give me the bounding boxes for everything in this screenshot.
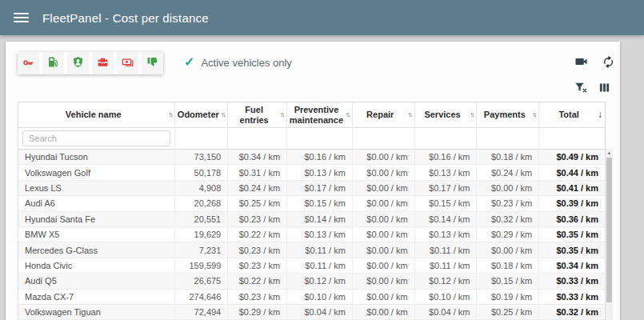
cell-fuel: $0.34 / km	[228, 150, 287, 164]
column-header-repair[interactable]: Repair↑↓	[353, 102, 415, 127]
cell-name: Mercedes G-Class	[18, 242, 175, 257]
column-header-payments[interactable]: Payments↑↓	[477, 102, 539, 127]
table-row[interactable]: Audi A620,268$0.25 / km$0.15 / km$0.00 /…	[18, 196, 605, 211]
cell-services: $0.15 / km	[415, 196, 478, 210]
payments-filter-button[interactable]	[117, 52, 138, 74]
column-label: Payments	[484, 110, 526, 120]
refresh-icon	[602, 55, 615, 69]
cell-total: $0.49 / km	[539, 150, 605, 164]
cell-odometer: 72,494	[175, 305, 228, 319]
driver-filter-button[interactable]	[67, 52, 89, 74]
cell-payments: $0.25 / km	[477, 305, 539, 319]
cell-name: BMW X5	[18, 227, 175, 242]
video-camera-icon	[574, 54, 589, 69]
cell-fuel: $0.25 / km	[228, 196, 287, 210]
refresh-button[interactable]	[602, 55, 615, 69]
cell-total: $0.33 / km	[539, 274, 605, 288]
cell-preventive: $0.13 / km	[287, 165, 353, 179]
column-label: Repair	[366, 110, 394, 120]
column-header-preventive[interactable]: Preventive maintenance↑↓	[287, 102, 353, 127]
camera-button[interactable]	[574, 54, 589, 69]
cell-odometer: 159,599	[175, 258, 228, 273]
table-filter-row	[18, 128, 605, 150]
cell-odometer: 26,675	[175, 274, 228, 288]
cell-name: Hyundai Santa Fe	[18, 212, 175, 226]
fuel-filter-button[interactable]	[42, 52, 64, 74]
cell-odometer: 4,908	[175, 181, 228, 195]
table-row[interactable]: Honda Civic159,599$0.23 / km$0.11 / km$0…	[18, 258, 605, 274]
cell-payments: $0.32 / km	[477, 212, 539, 226]
cell-preventive: $0.16 / km	[287, 150, 353, 164]
columns-button[interactable]	[598, 82, 610, 94]
category-filter-group	[18, 52, 163, 74]
table-row[interactable]: Mazda CX-7274,646$0.23 / km$0.10 / km$0.…	[18, 290, 605, 305]
cell-name: Hyundai Tucson	[18, 150, 175, 164]
cell-total: $0.33 / km	[539, 290, 605, 304]
cell-repair: $0.00 / km	[353, 196, 415, 210]
column-header-services[interactable]: Services↑↓	[415, 102, 478, 127]
sort-icon: ↑↓	[168, 111, 173, 118]
cell-preventive: $0.15 / km	[287, 196, 353, 210]
cell-services: $0.17 / km	[415, 181, 478, 195]
cell-payments: $0.18 / km	[477, 258, 539, 273]
column-label: Services	[424, 110, 460, 120]
filter-clear-icon	[574, 81, 587, 94]
issues-filter-button[interactable]	[142, 52, 163, 74]
sort-icon: ↑↓	[346, 111, 350, 118]
cell-fuel: $0.23 / km	[228, 258, 287, 273]
filter-cell-repair	[353, 128, 415, 149]
vertical-scrollbar[interactable]: ▲	[606, 149, 613, 320]
cash-icon	[122, 56, 134, 70]
key-filter-button[interactable]	[18, 52, 39, 74]
cell-payments: $0.15 / km	[477, 274, 539, 288]
table-row[interactable]: Volkswagen Tiguan72,494$0.29 / km$0.04 /…	[18, 305, 605, 320]
table-body: Hyundai Tucson73,150$0.34 / km$0.16 / km…	[18, 150, 605, 320]
cell-fuel: $0.23 / km	[228, 242, 287, 257]
table-row[interactable]: BMW X519,629$0.22 / km$0.13 / km$0.00 / …	[18, 227, 605, 242]
cell-preventive: $0.11 / km	[287, 258, 353, 273]
vehicle-search-input[interactable]	[22, 130, 170, 146]
scrollbar-thumb[interactable]	[606, 158, 612, 302]
repair-filter-button[interactable]	[92, 52, 114, 74]
column-header-total[interactable]: Total↓	[539, 102, 605, 127]
scroll-up-arrow-icon[interactable]: ▲	[606, 149, 613, 157]
cell-odometer: 274,646	[175, 290, 228, 304]
cell-fuel: $0.31 / km	[228, 165, 287, 179]
table-row[interactable]: Volkswagen Golf50,178$0.31 / km$0.13 / k…	[18, 165, 605, 180]
filter-cell-fuel	[228, 128, 287, 149]
cell-total: $0.35 / km	[539, 227, 605, 242]
clear-filters-button[interactable]	[574, 81, 587, 94]
table-row[interactable]: Audi Q526,675$0.22 / km$0.12 / km$0.00 /…	[18, 274, 605, 289]
filter-cell-services	[415, 128, 478, 149]
table-row[interactable]: Hyundai Tucson73,150$0.34 / km$0.16 / km…	[18, 150, 605, 165]
table-row[interactable]: Lexus LS4,908$0.24 / km$0.17 / km$0.00 /…	[18, 181, 605, 196]
menu-icon[interactable]	[14, 13, 29, 22]
cell-services: $0.11 / km	[415, 242, 478, 257]
column-header-fuel[interactable]: Fuel entries↑↓	[228, 102, 287, 127]
column-header-odometer[interactable]: Odometer↑↓	[175, 102, 228, 127]
table-controls	[574, 81, 610, 94]
cell-payments: $0.23 / km	[477, 196, 539, 210]
table-row[interactable]: Mercedes G-Class7,231$0.23 / km$0.11 / k…	[18, 242, 605, 258]
sort-icon: ↑↓	[280, 111, 285, 118]
cell-services: $0.13 / km	[415, 165, 478, 179]
table-row[interactable]: Hyundai Santa Fe20,551$0.23 / km$0.14 / …	[18, 212, 605, 227]
cell-services: $0.14 / km	[415, 212, 478, 226]
cell-fuel: $0.22 / km	[228, 227, 287, 242]
cell-services: $0.10 / km	[415, 290, 478, 304]
cell-fuel: $0.24 / km	[228, 181, 287, 195]
cell-payments: $0.24 / km	[477, 165, 539, 179]
active-vehicles-toggle[interactable]: ✓ Active vehicles only	[184, 56, 292, 69]
thumbs-down-icon	[146, 56, 158, 70]
cell-total: $0.32 / km	[539, 305, 605, 319]
cell-fuel: $0.23 / km	[228, 290, 287, 304]
cell-services: $0.04 / km	[415, 305, 478, 319]
cell-name: Mazda CX-7	[18, 290, 175, 304]
cell-repair: $0.00 / km	[353, 212, 415, 226]
cell-services: $0.16 / km	[415, 150, 478, 164]
cell-total: $0.41 / km	[539, 181, 605, 195]
column-header-name[interactable]: Vehicle name↑↓	[18, 102, 175, 127]
cell-total: $0.44 / km	[539, 165, 605, 179]
cell-preventive: $0.12 / km	[287, 274, 353, 288]
cell-payments: $0.00 / km	[477, 242, 539, 257]
